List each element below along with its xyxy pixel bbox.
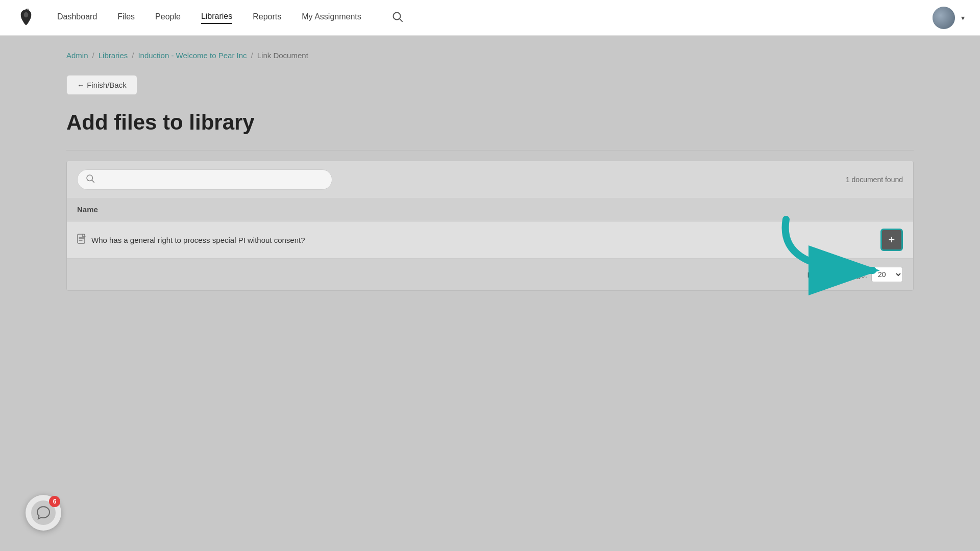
breadcrumb-induction[interactable]: Induction - Welcome to Pear Inc: [138, 51, 247, 60]
search-icon: [86, 174, 95, 185]
document-icon: [77, 234, 86, 246]
document-name: Who has a general right to process speci…: [91, 236, 305, 244]
logo-icon: [17, 9, 35, 27]
breadcrumb-sep-2: /: [132, 51, 134, 60]
nav-files[interactable]: Files: [117, 12, 135, 23]
breadcrumb: Admin / Libraries / Induction - Welcome …: [66, 51, 914, 60]
nav-libraries[interactable]: Libraries: [201, 12, 232, 24]
col-name-header: Name: [77, 205, 98, 214]
svg-point-0: [24, 12, 29, 17]
account-dropdown-chevron[interactable]: ▾: [961, 14, 965, 22]
document-count: 1 document found: [846, 176, 903, 184]
chat-badge: 6: [49, 496, 60, 507]
logo[interactable]: [15, 7, 37, 29]
divider: [66, 150, 914, 151]
search-icon[interactable]: [392, 11, 403, 24]
table-header: Name: [67, 198, 913, 221]
row-left: Who has a general right to process speci…: [77, 234, 305, 246]
avatar[interactable]: [933, 7, 955, 29]
page-title: Add files to library: [66, 110, 914, 135]
nav-right: ▾: [933, 7, 965, 29]
nav-reports[interactable]: Reports: [253, 12, 281, 23]
results-per-page-select[interactable]: 20 50 100: [871, 267, 903, 282]
breadcrumb-current: Link Document: [257, 51, 308, 60]
pagination-row: Results per page: 20 50 100: [67, 259, 913, 290]
breadcrumb-sep-1: /: [92, 51, 94, 60]
chat-widget[interactable]: 6: [26, 495, 61, 531]
avatar-image: [933, 7, 955, 29]
search-box[interactable]: [77, 169, 332, 190]
breadcrumb-admin[interactable]: Admin: [66, 51, 88, 60]
breadcrumb-libraries[interactable]: Libraries: [99, 51, 128, 60]
nav-dashboard[interactable]: Dashboard: [57, 12, 97, 23]
nav-people[interactable]: People: [155, 12, 181, 23]
breadcrumb-sep-3: /: [251, 51, 253, 60]
results-per-page-label: Results per page:: [807, 270, 867, 279]
content-area: Admin / Libraries / Induction - Welcome …: [0, 36, 980, 306]
search-row: 1 document found: [67, 161, 913, 198]
top-nav: Dashboard Files People Libraries Reports…: [0, 0, 980, 36]
page-wrapper: Dashboard Files People Libraries Reports…: [0, 0, 980, 551]
finish-back-button[interactable]: ← Finish/Back: [66, 75, 137, 95]
table-container: 1 document found Name Who has a gene: [66, 161, 914, 291]
add-document-button[interactable]: +: [880, 229, 903, 251]
nav-my-assignments[interactable]: My Assignments: [302, 12, 361, 23]
table-row: Who has a general right to process speci…: [67, 221, 913, 259]
search-input[interactable]: [100, 176, 324, 184]
nav-links: Dashboard Files People Libraries Reports…: [57, 11, 933, 24]
